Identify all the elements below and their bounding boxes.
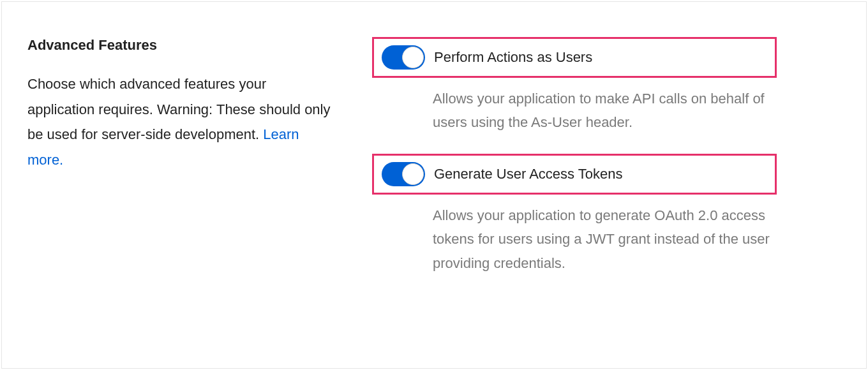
feature-label: Perform Actions as Users <box>434 49 592 66</box>
toggle-perform-actions[interactable] <box>382 45 425 70</box>
feature-label: Generate User Access Tokens <box>434 166 623 182</box>
feature-description: Allows your application to make API call… <box>433 87 777 135</box>
feature-row-generate-tokens: Generate User Access Tokens <box>372 154 777 195</box>
advanced-features-panel: Advanced Features Choose which advanced … <box>1 1 867 369</box>
toggle-knob-icon <box>402 163 424 185</box>
toggle-knob-icon <box>402 47 424 68</box>
toggle-generate-tokens[interactable] <box>382 162 425 186</box>
feature-description: Allows your application to generate OAut… <box>433 204 777 275</box>
left-column: Advanced Features Choose which advanced … <box>27 37 372 333</box>
feature-row-perform-actions: Perform Actions as Users <box>372 37 777 78</box>
section-description: Choose which advanced features your appl… <box>27 71 334 172</box>
right-column: Perform Actions as Users Allows your app… <box>372 37 841 333</box>
section-title: Advanced Features <box>27 37 334 54</box>
